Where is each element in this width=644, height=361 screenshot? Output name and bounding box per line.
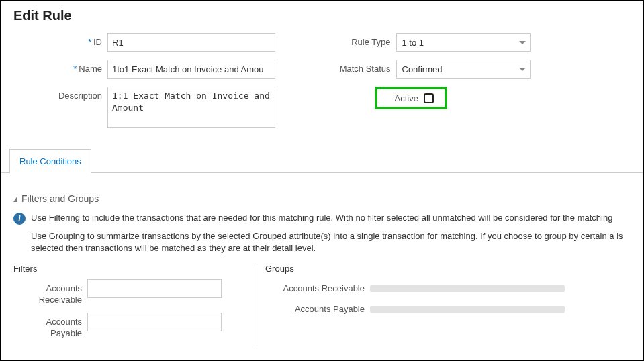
section-filters-groups[interactable]: Filters and Groups: [13, 193, 631, 204]
group-ar-label: Accounts Receivable: [265, 279, 370, 293]
description-label: Description: [13, 87, 107, 101]
active-checkbox[interactable]: [424, 93, 434, 103]
filter-ar-select[interactable]: [87, 279, 222, 298]
chevron-down-icon: [519, 41, 526, 44]
filter-ap-label: Accounts Payable: [13, 313, 87, 340]
collapse-icon: [13, 196, 17, 202]
filter-ap-select[interactable]: [87, 313, 222, 331]
group-ar-input[interactable]: [370, 285, 565, 292]
match-status-label: Match Status: [322, 60, 396, 74]
group-ap-input[interactable]: [370, 306, 565, 313]
name-label: *Name: [13, 60, 107, 74]
tabs: Rule Conditions: [1, 148, 643, 173]
chevron-down-icon: [519, 68, 526, 71]
page-title: Edit Rule: [1, 1, 643, 28]
filter-ar-label: Accounts Receivable: [13, 279, 87, 306]
active-highlight: Active: [375, 87, 447, 109]
info-filtering: Use Filtering to include the transaction…: [31, 212, 612, 224]
rule-type-value: 1 to 1: [402, 38, 424, 48]
tab-content: Filters and Groups i Use Filtering to in…: [1, 173, 643, 353]
rule-type-label: Rule Type: [322, 33, 396, 47]
info-icon: i: [13, 213, 26, 225]
form-area: *ID *Name Description 1:1 Exact Match on…: [1, 28, 643, 148]
id-label: *ID: [13, 33, 107, 47]
id-input[interactable]: [107, 33, 275, 52]
section-title: Filters and Groups: [21, 193, 99, 204]
rule-type-select[interactable]: 1 to 1: [396, 33, 531, 52]
name-input[interactable]: [107, 60, 275, 79]
filters-title: Filters: [13, 264, 248, 274]
tab-rule-conditions[interactable]: Rule Conditions: [9, 149, 91, 173]
group-ap-label: Accounts Payable: [265, 300, 370, 314]
match-status-select[interactable]: Confirmed: [396, 60, 531, 79]
info-grouping: Use Grouping to summarize transactions b…: [31, 230, 631, 254]
divider: [257, 264, 257, 346]
active-label: Active: [395, 93, 418, 103]
match-status-value: Confirmed: [402, 64, 443, 74]
groups-title: Groups: [265, 264, 601, 274]
description-input[interactable]: 1:1 Exact Match on Invoice and Amount: [107, 87, 275, 128]
